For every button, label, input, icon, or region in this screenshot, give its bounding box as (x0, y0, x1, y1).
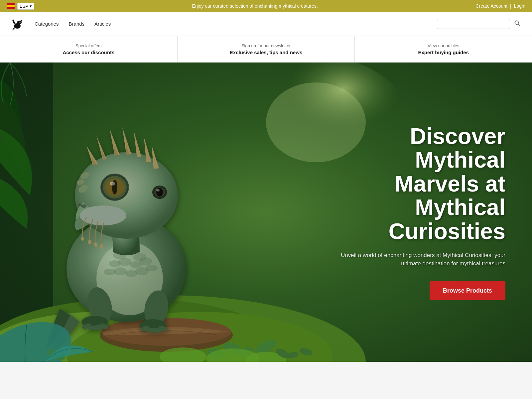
header: Categories Brands Articles (0, 12, 532, 36)
svg-point-6 (515, 21, 519, 25)
info-item-articles[interactable]: View our articles Expert buying guides (355, 36, 532, 62)
svg-point-82 (78, 203, 82, 206)
logo[interactable] (10, 17, 25, 31)
svg-point-5 (20, 22, 21, 23)
top-bar-actions: Create Account | Login (475, 3, 525, 9)
search-input[interactable] (437, 19, 510, 29)
announcement-text: Enjoy our curated selection of enchantin… (34, 3, 475, 9)
search-area (437, 19, 522, 29)
svg-line-7 (518, 24, 520, 26)
info-item-offers[interactable]: Special offers Access our discounts (0, 36, 178, 62)
nav-brands[interactable]: Brands (69, 21, 85, 27)
browse-products-button[interactable]: Browse Products (430, 281, 505, 300)
nav-articles[interactable]: Articles (94, 21, 111, 27)
login-link[interactable]: Login (514, 3, 525, 9)
info-item-articles-title: Expert buying guides (418, 50, 469, 55)
logo-dragon-icon (10, 17, 25, 31)
search-icon (514, 20, 521, 27)
info-item-newsletter-title: Exclusive sales, tips and news (230, 50, 302, 55)
hero-title: Discover Mythical Marvels at Mythical Cu… (339, 124, 505, 243)
svg-point-57 (110, 182, 115, 186)
svg-point-80 (81, 237, 84, 241)
svg-point-78 (94, 242, 97, 247)
top-bar-divider: | (510, 3, 511, 9)
info-bar: Special offers Access our discounts Sign… (0, 36, 532, 63)
info-item-offers-label: Special offers (75, 43, 102, 48)
create-account-link[interactable]: Create Account (475, 3, 507, 9)
nav-categories[interactable]: Categories (35, 21, 59, 27)
top-bar: ESP ▾ Enjoy our curated selection of enc… (0, 0, 532, 12)
svg-point-31 (118, 258, 131, 266)
svg-rect-4 (17, 23, 19, 27)
svg-point-33 (139, 257, 152, 265)
svg-point-62 (156, 189, 160, 192)
svg-point-79 (100, 244, 103, 249)
info-item-newsletter[interactable]: Sign up for our newsletter Exclusive sal… (178, 36, 355, 62)
svg-point-38 (146, 265, 158, 271)
spain-flag-icon (7, 3, 15, 9)
info-item-newsletter-label: Sign up for our newsletter (241, 43, 291, 48)
svg-point-52 (80, 205, 126, 225)
svg-point-77 (88, 240, 91, 244)
svg-point-35 (114, 267, 127, 275)
top-bar-left: ESP ▾ (7, 3, 34, 10)
language-selector[interactable]: ESP ▾ (17, 3, 34, 10)
hero-content: Discover Mythical Marvels at Mythical Cu… (339, 124, 505, 300)
info-item-articles-label: View our articles (428, 43, 459, 48)
hero-subtitle: Unveil a world of enchanting wonders at … (339, 251, 505, 268)
search-button[interactable] (513, 19, 522, 29)
hero-section: Discover Mythical Marvels at Mythical Cu… (0, 63, 532, 362)
chevron-down-icon: ▾ (30, 4, 32, 9)
info-item-offers-title: Access our discounts (63, 50, 114, 55)
svg-point-81 (81, 204, 86, 208)
svg-rect-1 (7, 5, 15, 7)
main-nav: Categories Brands Articles (35, 21, 437, 27)
